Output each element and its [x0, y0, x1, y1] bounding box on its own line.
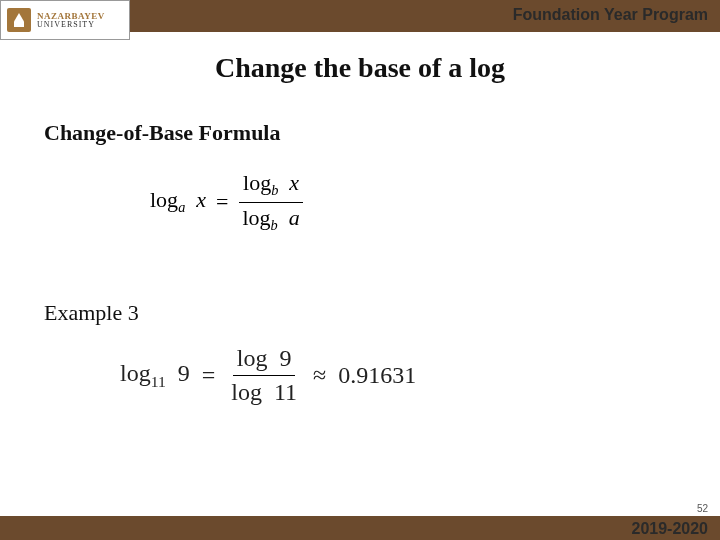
formula-fraction: logb x logb a — [238, 170, 303, 234]
equals-sign: = — [216, 189, 228, 215]
university-logo: NAZARBAYEV UNIVERSITY — [0, 0, 130, 40]
log-func: log — [150, 187, 178, 212]
log-arg: x — [196, 187, 206, 212]
log-base: 11 — [151, 373, 166, 390]
program-label: Foundation Year Program — [513, 6, 708, 24]
log-arg: 9 — [178, 360, 190, 386]
log-base: a — [178, 200, 185, 216]
slide-title: Change the base of a log — [0, 52, 720, 84]
fraction-denominator: log 11 — [227, 376, 301, 407]
log-func: log — [231, 379, 262, 405]
approx-sign: ≈ — [313, 362, 326, 389]
log-arg: x — [289, 170, 299, 195]
log-func: log — [120, 360, 151, 386]
log-func: log — [237, 345, 268, 371]
section-heading: Change-of-Base Formula — [44, 120, 280, 146]
fraction-denominator: logb a — [238, 203, 303, 235]
logo-text: NAZARBAYEV UNIVERSITY — [37, 12, 105, 29]
fraction-numerator: logb x — [239, 170, 303, 203]
log-func: log — [243, 170, 271, 195]
equals-sign: = — [202, 362, 216, 389]
logo-mark-icon — [7, 8, 31, 32]
log-arg: 9 — [279, 345, 291, 371]
fraction-numerator: log 9 — [233, 344, 296, 376]
log-arg: a — [289, 205, 300, 230]
example-lhs: log11 9 — [120, 360, 190, 391]
log-arg: 11 — [274, 379, 297, 405]
log-func: log — [242, 205, 270, 230]
example-heading: Example 3 — [44, 300, 139, 326]
example-result: 0.91631 — [338, 362, 416, 389]
example-formula: log11 9 = log 9 log 11 ≈ 0.91631 — [120, 344, 416, 407]
log-base: b — [271, 182, 278, 198]
footer-bar — [0, 516, 720, 540]
page-number: 52 — [697, 503, 708, 514]
change-of-base-formula: loga x = logb x logb a — [150, 170, 304, 234]
formula-lhs: loga x — [150, 187, 206, 216]
log-base: b — [271, 217, 278, 233]
year-label: 2019-2020 — [631, 520, 708, 538]
logo-line2: UNIVERSITY — [37, 21, 105, 29]
example-fraction: log 9 log 11 — [227, 344, 301, 407]
